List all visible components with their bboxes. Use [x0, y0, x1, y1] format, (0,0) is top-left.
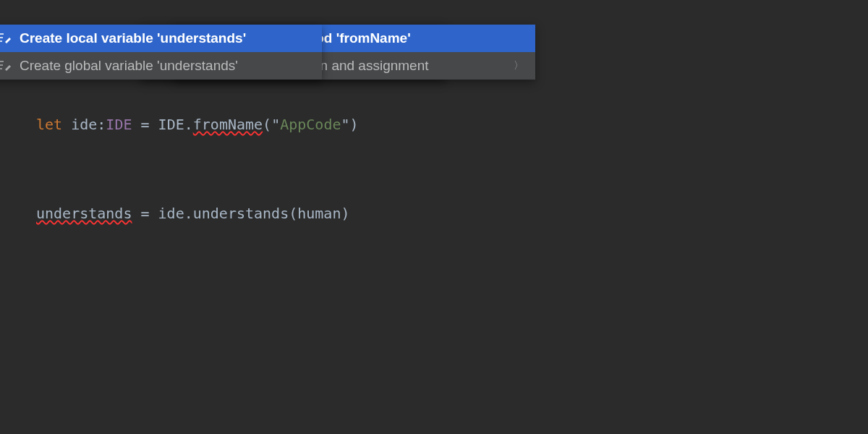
code-section-2: let ide:IDE = IDE.fromName("AppCode") Cr… [36, 114, 832, 135]
code-line-3[interactable]: understands = ide.understands(human) [36, 203, 832, 224]
code-line-2[interactable]: let ide:IDE = IDE.fromName("AppCode") [36, 114, 832, 135]
paren-close: ) [341, 205, 349, 222]
string-open: " [271, 116, 280, 133]
edit-icon [0, 59, 11, 72]
arg-human: human [297, 205, 341, 222]
colon: : [97, 116, 106, 133]
edit-icon [0, 32, 11, 45]
obj-ide: ide [158, 205, 184, 222]
string-value: AppCode [280, 116, 341, 133]
equals: = [132, 116, 158, 133]
chevron-right-icon: 〉 [496, 59, 524, 72]
method-fromName: fromName [193, 116, 263, 133]
keyword-let: let [36, 116, 62, 133]
qualifier-IDE: IDE [158, 116, 184, 133]
paren-open: ( [289, 205, 297, 222]
type-annotation-IDE: IDE [106, 116, 132, 133]
variable-ide: ide [71, 116, 97, 133]
menu-item-create-local-var[interactable]: Create local variable 'understands' [0, 25, 322, 52]
variable-understands: understands [36, 205, 132, 222]
paren-close: ) [350, 116, 359, 133]
menu-item-label: Create local variable 'understands' [20, 30, 246, 46]
intention-popup-3: Create local variable 'understands' Crea… [0, 25, 322, 80]
dot: . [184, 116, 193, 133]
string-close: " [341, 116, 349, 133]
equals: = [132, 205, 158, 222]
menu-item-create-global-var[interactable]: Create global variable 'understands' [0, 52, 322, 80]
method-understands: understands [193, 205, 289, 222]
paren-open: ( [263, 116, 271, 133]
dot: . [184, 205, 193, 222]
code-section-3: understands = ide.understands(human) Cre… [36, 203, 832, 224]
menu-item-label: Create global variable 'understands' [20, 58, 238, 74]
